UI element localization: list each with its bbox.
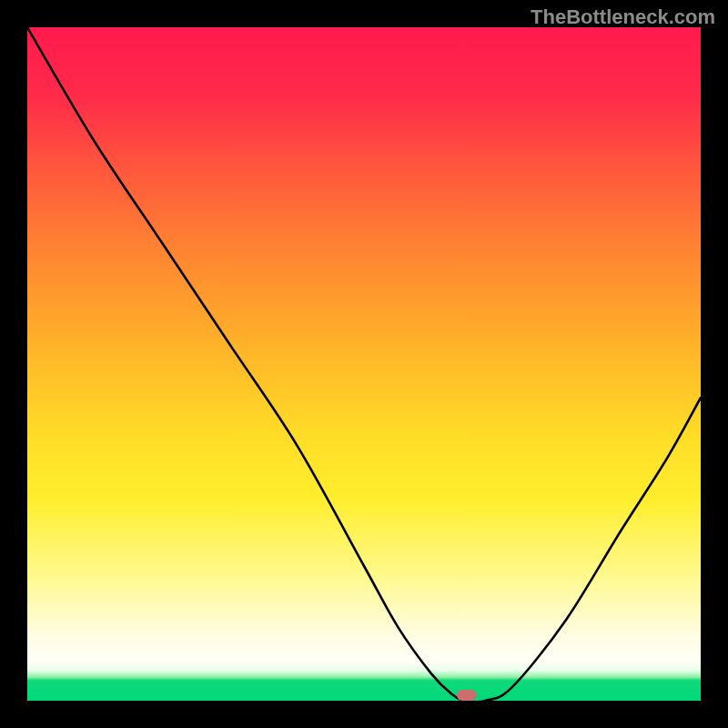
chart-container: TheBottleneck.com xyxy=(0,0,728,728)
plot-border xyxy=(0,0,728,728)
watermark-text: TheBottleneck.com xyxy=(531,5,715,29)
